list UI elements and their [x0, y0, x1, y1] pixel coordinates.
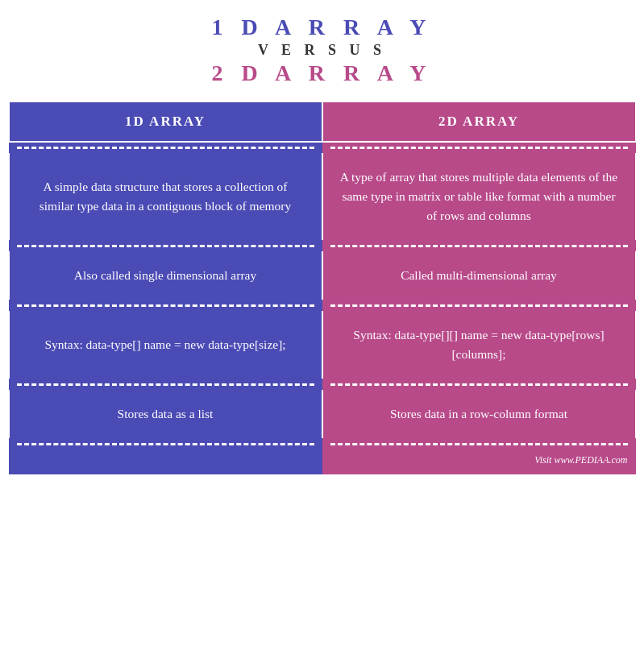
divider-row — [9, 142, 636, 153]
page-header: 1 D A R R A Y V E R S U S 2 D A R R A Y — [0, 0, 644, 94]
col1-cell: Stores data as a list — [9, 390, 322, 438]
col1-cell: Syntax: data-type[] name = new data-type… — [9, 311, 322, 379]
table-row: Syntax: data-type[] name = new data-type… — [9, 311, 636, 379]
title-1d: 1 D A R R A Y — [0, 14, 644, 40]
table-header-row: 1D ARRAY 2D ARRAY — [9, 101, 636, 142]
table-row: Stores data as a listStores data in a ro… — [9, 390, 636, 438]
col1-header: 1D ARRAY — [9, 101, 322, 142]
footer-empty — [9, 449, 322, 474]
col2-cell: A type of array that stores multiple dat… — [322, 153, 636, 240]
table-row: A simple data structure that stores a co… — [9, 153, 636, 240]
versus-label: V E R S U S — [0, 42, 644, 59]
col1-cell: A simple data structure that stores a co… — [9, 153, 322, 240]
col2-header: 2D ARRAY — [322, 101, 636, 142]
footer-row: Visit www.PEDIAA.com — [9, 449, 636, 474]
comparison-table: 1D ARRAY 2D ARRAY A simple data structur… — [8, 101, 637, 474]
table-row: Also called single dimensional arrayCall… — [9, 251, 636, 300]
divider-row — [9, 240, 636, 251]
divider-row — [9, 379, 636, 390]
col2-cell: Called multi-dimensional array — [322, 251, 636, 300]
footer-credit: Visit www.PEDIAA.com — [322, 449, 636, 474]
divider-row — [9, 300, 636, 311]
col1-cell: Also called single dimensional array — [9, 251, 322, 300]
col2-cell: Syntax: data-type[][] name = new data-ty… — [322, 311, 636, 379]
col2-cell: Stores data in a row-column format — [322, 390, 636, 438]
final-divider-row — [9, 438, 636, 449]
title-2d: 2 D A R R A Y — [0, 60, 644, 86]
